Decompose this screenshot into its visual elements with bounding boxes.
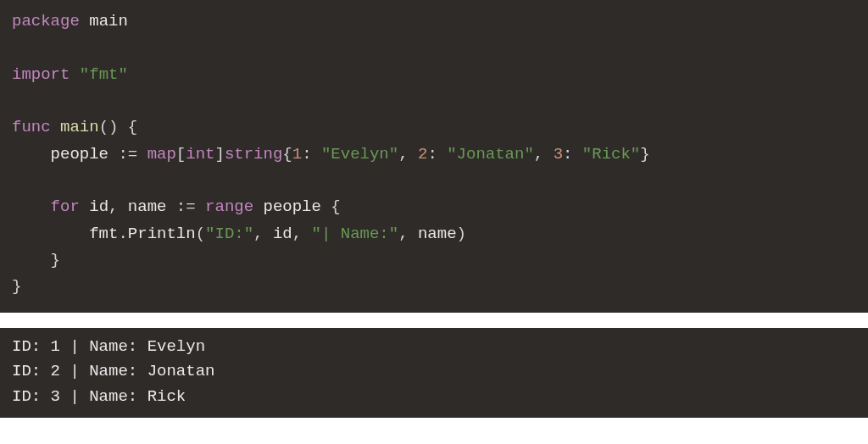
code-line-10: }	[12, 251, 60, 269]
keyword-range: range	[205, 197, 253, 216]
keyword-for: for	[51, 197, 80, 216]
var-id: id	[80, 197, 108, 216]
var-people: people	[51, 145, 108, 164]
arg-id: id	[273, 225, 292, 243]
var-name: name	[128, 197, 167, 216]
brace-close: }	[12, 277, 21, 296]
import-path: "fmt"	[80, 65, 128, 84]
map-val-2: "Jonatan"	[447, 145, 534, 164]
code-line-1: package main	[12, 12, 128, 31]
code-line-6: people := map[int]string{1: "Evelyn", 2:…	[12, 145, 650, 164]
func-main: main	[60, 118, 99, 136]
package-name: main	[89, 12, 128, 31]
arg-name: name	[418, 225, 457, 243]
map-val-3: "Rick"	[582, 145, 640, 164]
pkg-fmt: fmt	[89, 225, 118, 243]
type-string: string	[225, 145, 282, 164]
output-line-1: ID: 1 | Name: Evelyn	[12, 337, 205, 356]
brace-open: {	[118, 118, 137, 136]
code-editor: package main import "fmt" func main() { …	[0, 0, 868, 313]
output-line-3: ID: 3 | Name: Rick	[12, 387, 186, 406]
keyword-map: map	[147, 145, 176, 164]
parens: ()	[99, 118, 119, 136]
arg-str-id: "ID:"	[205, 225, 253, 243]
program-output: ID: 1 | Name: Evelyn ID: 2 | Name: Jonat…	[0, 328, 868, 418]
code-line-5: func main() {	[12, 118, 137, 136]
code-line-8: for id, name := range people {	[12, 197, 341, 216]
map-key-1: 1	[292, 145, 302, 164]
code-line-9: fmt.Println("ID:", id, "| Name:", name)	[12, 225, 466, 243]
map-key-2: 2	[418, 145, 427, 164]
output-line-2: ID: 2 | Name: Jonatan	[12, 362, 214, 380]
arg-str-name: "| Name:"	[312, 225, 399, 243]
keyword-func: func	[12, 118, 51, 136]
code-line-11: }	[12, 277, 21, 296]
brace-close: }	[51, 251, 60, 269]
map-val-1: "Evelyn"	[321, 145, 398, 164]
fn-println: Println	[128, 225, 196, 243]
map-key-3: 3	[554, 145, 563, 164]
keyword-package: package	[12, 12, 80, 31]
type-int: int	[186, 145, 214, 164]
keyword-import: import	[12, 65, 70, 84]
code-line-3: import "fmt"	[12, 65, 128, 84]
